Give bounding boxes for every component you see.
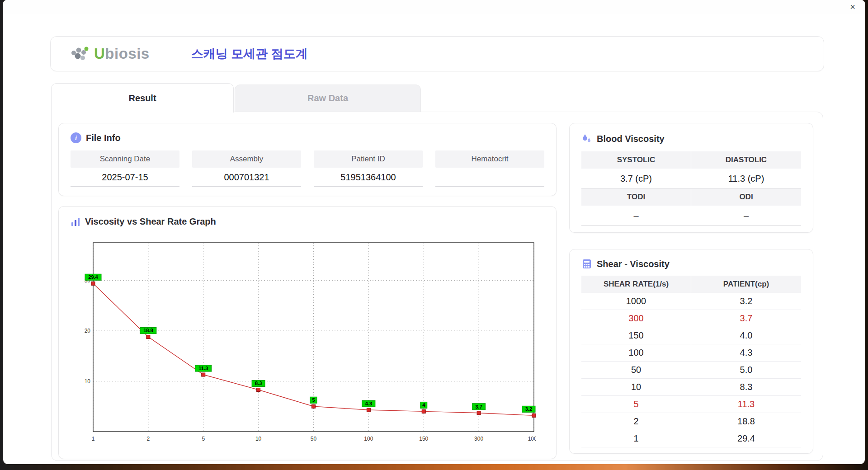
- svg-text:10: 10: [85, 378, 91, 385]
- viscosity-chart: 10203029.418.811.38.354.343.73.212510501…: [80, 240, 536, 452]
- diastolic-value: 11.3 (cP): [691, 169, 801, 188]
- systolic-header: SYSTOLIC: [581, 151, 691, 169]
- brand-logo: Ubiosis: [70, 45, 150, 62]
- close-icon[interactable]: ×: [847, 1, 859, 13]
- calculator-icon: [581, 258, 592, 269]
- graph-card: Viscosity vs Shear Rate Graph 10203029.4…: [58, 206, 557, 459]
- odi-value: –: [691, 206, 801, 226]
- ubiosis-logo-icon: [70, 46, 90, 61]
- patient-cell: 11.3: [691, 396, 801, 413]
- table-row: 129.4: [581, 430, 801, 447]
- blood-viscosity-title: Blood Viscosity: [597, 134, 665, 144]
- svg-text:300: 300: [474, 436, 483, 442]
- assembly-value: 000701321: [192, 168, 301, 187]
- table-row: 3003.7: [581, 310, 801, 327]
- graph-title: Viscosity vs Shear Rate Graph: [85, 216, 216, 227]
- shear-rate-cell: 1000: [581, 293, 691, 310]
- viscosity-chart-svg: 10203029.418.811.38.354.343.73.212510501…: [80, 240, 536, 452]
- shear-rate-cell: 150: [581, 327, 691, 344]
- shear-viscosity-table: SHEAR RATE(1/s) PATIENT(cp) 10003.23003.…: [581, 276, 801, 447]
- hematocrit-label: Hematocrit: [435, 150, 544, 168]
- patient-id-label: Patient ID: [314, 150, 423, 168]
- header: Ubiosis 스캐닝 모세관 점도계: [50, 36, 824, 71]
- brand-rest: biosis: [105, 45, 149, 62]
- blood-viscosity-card: Blood Viscosity SYSTOLIC DIASTOLIC 3.7 (…: [569, 123, 813, 233]
- blood-viscosity-table: SYSTOLIC DIASTOLIC 3.7 (cP) 11.3 (cP) TO…: [581, 151, 801, 226]
- svg-text:5: 5: [202, 436, 205, 442]
- patient-cell: 3.7: [691, 310, 801, 327]
- table-row: 511.3: [581, 396, 801, 413]
- tab-raw-data[interactable]: Raw Data: [235, 85, 421, 112]
- svg-text:5: 5: [312, 397, 315, 403]
- odi-header: ODI: [691, 188, 801, 206]
- patient-cell: 5.0: [691, 362, 801, 378]
- svg-text:11.3: 11.3: [198, 366, 208, 371]
- field-assembly: Assembly 000701321: [192, 150, 301, 187]
- svg-text:4.3: 4.3: [365, 401, 372, 406]
- shear-viscosity-card: Shear - Viscosity SHEAR RATE(1/s) PATIEN…: [569, 249, 813, 454]
- patient-cell: 4.0: [691, 327, 801, 344]
- table-row: 1504.0: [581, 327, 801, 344]
- svg-text:29.4: 29.4: [88, 274, 98, 280]
- shear-rate-cell: 50: [581, 362, 691, 378]
- svg-text:1000: 1000: [528, 436, 536, 442]
- patient-cell: 8.3: [691, 379, 801, 395]
- table-row: 108.3: [581, 379, 801, 396]
- svg-text:100: 100: [364, 436, 373, 442]
- svg-text:4: 4: [422, 402, 425, 408]
- svg-text:8.3: 8.3: [255, 381, 262, 386]
- file-info-title: File Info: [86, 133, 121, 143]
- todi-value: –: [581, 206, 691, 226]
- shear-rate-cell: 100: [581, 344, 691, 361]
- file-info-fields: Scanning Date 2025-07-15 Assembly 000701…: [71, 150, 544, 187]
- svg-text:50: 50: [311, 436, 317, 442]
- patient-cell: 4.3: [691, 344, 801, 361]
- field-patient-id: Patient ID 51951364100: [314, 150, 423, 187]
- table-row: 10003.2: [581, 293, 801, 310]
- info-icon: i: [71, 132, 81, 143]
- assembly-label: Assembly: [192, 150, 301, 168]
- app-window: × Ubiosis 스캐닝 모세관 점도계 Result Raw Data i …: [3, 0, 865, 464]
- svg-text:3.2: 3.2: [525, 406, 532, 412]
- svg-text:20: 20: [85, 328, 91, 334]
- scanning-date-label: Scanning Date: [71, 150, 179, 168]
- svg-text:10: 10: [255, 436, 262, 442]
- svg-text:2: 2: [147, 436, 150, 442]
- title-bar: ×: [3, 0, 865, 14]
- bar-chart-icon: [71, 217, 80, 227]
- svg-text:3.7: 3.7: [475, 404, 482, 409]
- systolic-value: 3.7 (cP): [581, 169, 691, 188]
- hematocrit-value: [435, 168, 544, 187]
- svg-text:18.8: 18.8: [143, 328, 153, 333]
- patient-cell: 18.8: [691, 413, 801, 430]
- shear-rate-cell: 300: [581, 310, 691, 327]
- scanning-date-value: 2025-07-15: [71, 168, 179, 187]
- table-row: 218.8: [581, 413, 801, 430]
- shear-rate-cell: 10: [581, 379, 691, 395]
- svg-text:1: 1: [92, 436, 95, 442]
- patient-id-value: 51951364100: [314, 168, 423, 187]
- patient-cell: 3.2: [691, 293, 801, 310]
- diastolic-header: DIASTOLIC: [691, 151, 801, 169]
- shear-rate-cell: 2: [581, 413, 691, 430]
- shear-rate-cell: 5: [581, 396, 691, 413]
- todi-header: TODI: [581, 188, 691, 206]
- field-scanning-date: Scanning Date 2025-07-15: [71, 150, 179, 187]
- table-row: 505.0: [581, 362, 801, 379]
- page-title: 스캐닝 모세관 점도계: [191, 46, 308, 62]
- field-hematocrit: Hematocrit: [435, 150, 544, 187]
- tab-result[interactable]: Result: [51, 83, 234, 113]
- patient-header: PATIENT(cp): [691, 276, 801, 293]
- shear-rate-header: SHEAR RATE(1/s): [581, 276, 691, 293]
- brand-u: U: [94, 45, 105, 62]
- shear-table-header: SHEAR RATE(1/s) PATIENT(cp): [581, 276, 801, 293]
- svg-text:150: 150: [419, 436, 428, 442]
- file-info-card: i File Info Scanning Date 2025-07-15 Ass…: [58, 123, 557, 196]
- shear-viscosity-title: Shear - Viscosity: [597, 259, 670, 269]
- brand-text: Ubiosis: [94, 45, 150, 62]
- patient-cell: 29.4: [691, 430, 801, 447]
- shear-rate-cell: 1: [581, 430, 691, 447]
- table-row: 1004.3: [581, 344, 801, 362]
- shear-table-body: 10003.23003.71504.01004.3505.0108.3511.3…: [581, 293, 801, 447]
- droplets-icon: [581, 133, 592, 144]
